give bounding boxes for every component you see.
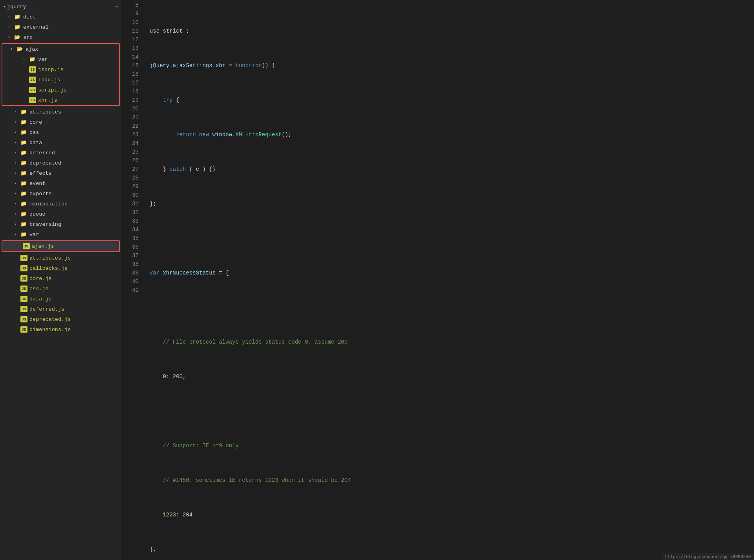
queue-folder-icon: 📁 — [20, 211, 27, 217]
folder-data[interactable]: › 📁 data — [0, 137, 121, 148]
attributes-label: attributes — [29, 109, 61, 115]
folder-css[interactable]: › 📁 css — [0, 127, 121, 137]
var-label: var — [38, 57, 48, 62]
file-dimensions-js[interactable]: JS dimensions.js — [0, 324, 121, 335]
css-folder-icon: 📁 — [20, 129, 27, 135]
ajax-folder-icon: 📂 — [16, 46, 24, 52]
file-xhr-js[interactable]: JS xhr.js — [2, 95, 119, 105]
external-label: external — [23, 24, 49, 30]
ln-9: 9 — [122, 9, 139, 18]
file-data-js[interactable]: JS data.js — [0, 294, 121, 304]
file-explorer[interactable]: ▾ jquery → › 📁 dist › 📁 external ▾ 📂 src… — [0, 0, 122, 560]
code-line-13: }; — [150, 199, 754, 208]
ln-13: 13 — [122, 44, 139, 53]
ln-18: 18 — [122, 87, 139, 96]
code-line-17: // File protocol always yields status co… — [150, 338, 754, 346]
file-css-js[interactable]: JS css.js — [0, 284, 121, 294]
effects-folder-icon: 📁 — [20, 170, 27, 176]
external-arrow-icon: › — [8, 25, 14, 29]
exports-label: exports — [29, 191, 52, 197]
ln-24: 24 — [122, 139, 139, 148]
script-js-icon: JS — [29, 87, 36, 93]
folder-var[interactable]: › 📁 var — [2, 54, 119, 64]
xhr-js-icon: JS — [29, 97, 36, 103]
deferred-js-icon: JS — [20, 306, 27, 312]
folder-src[interactable]: ▾ 📂 src — [0, 32, 121, 42]
line-numbers: 8 9 10 11 12 13 14 15 16 17 18 19 20 21 … — [122, 0, 143, 560]
root-folder-label: jquery — [7, 4, 26, 10]
folder-ajax[interactable]: ▾ 📂 ajax — [2, 44, 119, 54]
ln-30: 30 — [122, 191, 139, 199]
code-line-15: var xhrSuccessStatus = { — [150, 269, 754, 277]
file-jsonp-js[interactable]: JS jsonp.js — [2, 64, 119, 75]
ln-31: 31 — [122, 199, 139, 208]
manipulation-folder-icon: 📁 — [20, 201, 27, 207]
root-folder-jquery[interactable]: ▾ jquery → — [0, 2, 121, 12]
deprecated-label: deprecated — [29, 160, 61, 166]
ln-23: 23 — [122, 130, 139, 139]
attributes-arrow-icon: › — [14, 110, 20, 114]
script-label: script.js — [38, 87, 67, 93]
file-callbacks-js[interactable]: JS callbacks.js — [0, 263, 121, 273]
ln-28: 28 — [122, 174, 139, 182]
folder-event[interactable]: › 📁 event — [0, 178, 121, 188]
code-line-22: 1223: 204 — [150, 511, 754, 519]
event-label: event — [29, 181, 46, 187]
ln-33: 33 — [122, 217, 139, 225]
dist-label: dist — [23, 14, 36, 20]
xhr-label: xhr.js — [38, 97, 57, 103]
folder-queue[interactable]: › 📁 queue — [0, 209, 121, 219]
folder-deferred[interactable]: › 📁 deferred — [0, 148, 121, 158]
code-line-12: } catch ( e ) {} — [150, 165, 754, 174]
attributes-folder-icon: 📁 — [20, 109, 27, 115]
attributes-js-label: attributes.js — [29, 255, 71, 261]
deferred-js-label: deferred.js — [29, 306, 64, 312]
ln-39: 39 — [122, 269, 139, 277]
folder-deprecated[interactable]: › 📁 deprecated — [0, 158, 121, 168]
attributes-js-icon: JS — [20, 255, 27, 261]
code-line-19 — [150, 407, 754, 415]
ln-12: 12 — [122, 35, 139, 44]
code-line-8: use strict ; — [150, 27, 754, 35]
core-js-label: core.js — [29, 276, 52, 282]
file-deferred-js[interactable]: JS deferred.js — [0, 304, 121, 314]
queue-label: queue — [29, 211, 46, 217]
css-arrow-icon: › — [14, 130, 20, 135]
file-ajax-js[interactable]: JS ajax.js — [2, 241, 119, 251]
folder-effects[interactable]: › 📁 effects — [0, 168, 121, 178]
folder-manipulation[interactable]: › 📁 manipulation — [0, 199, 121, 209]
folder-var2[interactable]: › 📁 var — [0, 229, 121, 240]
ln-36: 36 — [122, 243, 139, 251]
file-load-js[interactable]: JS load.js — [2, 75, 119, 85]
file-attributes-js[interactable]: JS attributes.js — [0, 253, 121, 263]
ln-11: 11 — [122, 27, 139, 35]
folder-traversing[interactable]: › 📁 traversing — [0, 219, 121, 229]
code-line-11: return new window.XMLHttpRequest(); — [150, 130, 754, 139]
code-line-16 — [150, 303, 754, 312]
file-deprecated-js[interactable]: JS deprecated.js — [0, 314, 121, 324]
core-folder-icon: 📁 — [20, 119, 27, 125]
folder-exports[interactable]: › 📁 exports — [0, 188, 121, 199]
folder-external[interactable]: › 📁 external — [0, 22, 121, 32]
ln-8: 8 — [122, 1, 139, 9]
ln-10: 10 — [122, 18, 139, 27]
ln-40: 40 — [122, 277, 139, 286]
callbacks-js-label: callbacks.js — [29, 265, 68, 271]
dimensions-js-label: dimensions.js — [29, 327, 71, 333]
folder-attributes[interactable]: › 📁 attributes — [0, 107, 121, 117]
ajax-label: ajax — [26, 46, 38, 52]
ajax-js-label: ajax.js — [32, 243, 54, 249]
file-script-js[interactable]: JS script.js — [2, 85, 119, 95]
root-arrow-icon: ▾ — [3, 4, 5, 9]
ln-22: 22 — [122, 122, 139, 130]
manipulation-arrow-icon: › — [14, 202, 20, 206]
css-label: css — [29, 130, 39, 135]
file-core-js[interactable]: JS core.js — [0, 273, 121, 284]
effects-arrow-icon: › — [14, 171, 20, 176]
folder-core[interactable]: › 📁 core — [0, 117, 121, 127]
deprecated-js-icon: JS — [20, 316, 27, 322]
ln-17: 17 — [122, 79, 139, 87]
exports-folder-icon: 📁 — [20, 190, 27, 197]
folder-dist[interactable]: › 📁 dist — [0, 12, 121, 22]
data-js-icon: JS — [20, 296, 27, 302]
